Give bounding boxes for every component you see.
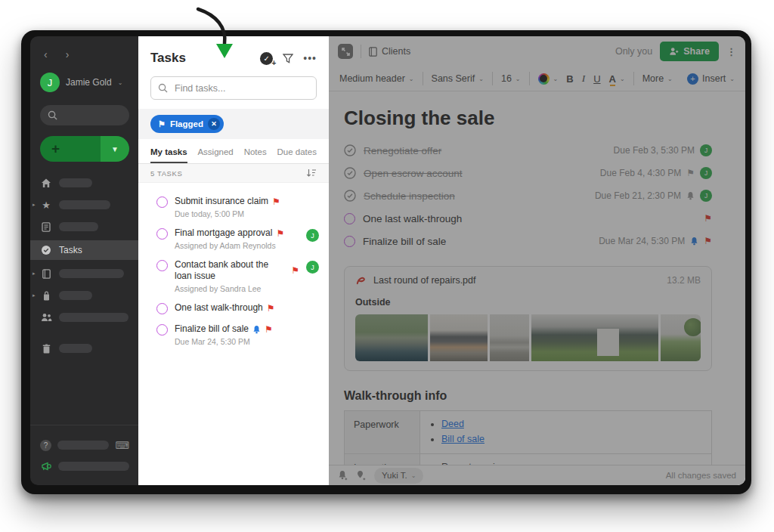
account-switcher[interactable]: J Jamie Gold ⌄ bbox=[30, 60, 138, 92]
new-note-button[interactable]: + ▼ bbox=[40, 136, 129, 162]
pdf-attachment[interactable]: Last round of repairs.pdf 13.2 MB bbox=[355, 274, 701, 286]
checked-circle-icon[interactable] bbox=[344, 190, 356, 202]
more-formatting-button[interactable]: More⌄ bbox=[642, 73, 673, 84]
note-task-row[interactable]: One last walk-through ⚑ bbox=[344, 207, 712, 230]
forward-icon[interactable]: › bbox=[66, 48, 70, 60]
tasks-panel: Tasks ✓ ••• ⚑ Flagged bbox=[138, 36, 329, 485]
checked-circle-icon[interactable] bbox=[344, 167, 356, 179]
share-button[interactable]: Share bbox=[660, 42, 719, 61]
find-tasks-search[interactable] bbox=[150, 76, 317, 100]
task-checkbox[interactable] bbox=[156, 324, 168, 336]
expand-chevron-icon[interactable]: ▸ bbox=[33, 202, 36, 208]
underline-button[interactable]: U bbox=[593, 73, 600, 85]
task-row[interactable]: Finalize bill of sale ⚑ Due Mar 24, 5:30… bbox=[138, 319, 329, 351]
keyboard-icon[interactable]: ⌨ bbox=[115, 440, 129, 451]
photo-topiary-wall[interactable] bbox=[661, 314, 701, 361]
checked-circle-icon[interactable] bbox=[344, 144, 356, 156]
note-task-row[interactable]: Schedule inspection Due Feb 21, 2:30 PM … bbox=[344, 184, 712, 207]
sidebar-item-spaces[interactable]: ▸ bbox=[30, 287, 138, 304]
table-row: Inspection list Recent repairs Doors and… bbox=[345, 454, 711, 465]
font-family-select[interactable]: Sans Serif⌄ bbox=[432, 73, 484, 84]
task-checkbox[interactable] bbox=[344, 213, 355, 224]
skeleton-placeholder bbox=[59, 222, 98, 231]
expand-chevron-icon[interactable]: ▸ bbox=[33, 292, 36, 298]
back-icon[interactable]: ‹ bbox=[44, 48, 48, 60]
task-assigned-by: Assigned by Adam Reynolds bbox=[175, 241, 299, 250]
divider bbox=[492, 72, 493, 85]
tab-notes[interactable]: Notes bbox=[244, 140, 267, 163]
photo-hedge-pillar[interactable] bbox=[531, 314, 658, 361]
sidebar-item-home[interactable] bbox=[30, 175, 138, 191]
color-swatch-icon bbox=[538, 73, 550, 85]
bold-button[interactable]: B bbox=[566, 73, 573, 85]
note-body[interactable]: Closing the sale Renegotiate offer Due F… bbox=[329, 91, 745, 465]
link[interactable]: Deed bbox=[441, 419, 464, 429]
italic-button[interactable]: I bbox=[582, 73, 586, 85]
flag-icon: ⚑ bbox=[704, 237, 712, 246]
notebook-name: Clients bbox=[382, 46, 410, 57]
sidebar-item-trash[interactable] bbox=[30, 340, 138, 357]
task-row[interactable]: Final mortgage approval⚑ Assigned by Ada… bbox=[138, 223, 329, 255]
task-checkbox[interactable] bbox=[156, 196, 168, 208]
sidebar-item-shared[interactable] bbox=[30, 309, 138, 326]
font-size-select[interactable]: 16⌄ bbox=[501, 73, 521, 84]
close-icon[interactable]: ✕ bbox=[208, 118, 220, 130]
flag-icon: ⚑ bbox=[686, 169, 695, 178]
photo-doorway-steps[interactable] bbox=[490, 314, 529, 361]
task-row[interactable]: Submit insurance claim⚑ Due today, 5:00 … bbox=[138, 191, 329, 223]
new-note-dropdown[interactable]: ▼ bbox=[101, 136, 129, 162]
table-header-cell[interactable]: Paperwork bbox=[345, 411, 420, 453]
sidebar: ‹ › J Jamie Gold ⌄ + ▼ bbox=[30, 36, 138, 485]
note-task-row[interactable]: Renegotiate offer Due Feb 3, 5:30 PM J bbox=[344, 139, 712, 162]
pin-plus-icon[interactable] bbox=[356, 470, 366, 481]
bell-plus-icon[interactable] bbox=[338, 470, 348, 481]
photo-patio-chairs[interactable] bbox=[430, 314, 488, 361]
collaborator-pill[interactable]: Yuki T. ⌄ bbox=[374, 468, 423, 484]
notebook-breadcrumb[interactable]: Clients bbox=[369, 46, 410, 57]
task-checkbox[interactable] bbox=[344, 236, 355, 247]
task-row[interactable]: One last walk-through⚑ bbox=[138, 298, 329, 319]
sidebar-item-tasks[interactable]: Tasks bbox=[30, 240, 138, 260]
more-options-icon[interactable]: ••• bbox=[303, 52, 317, 64]
task-checkbox[interactable] bbox=[156, 228, 168, 240]
note-title[interactable]: Closing the sale bbox=[344, 107, 712, 130]
table-cell[interactable]: Deed Bill of sale bbox=[420, 411, 711, 453]
add-task-icon[interactable]: ✓ bbox=[260, 52, 273, 65]
search-input[interactable] bbox=[173, 82, 309, 94]
sidebar-item-label: Tasks bbox=[59, 245, 82, 255]
expand-chevron-icon[interactable]: ▸ bbox=[33, 271, 36, 277]
skeleton-placeholder bbox=[57, 441, 109, 450]
task-row[interactable]: Contact bank about the loan issue⚑ Assig… bbox=[138, 255, 329, 298]
tab-assigned[interactable]: Assigned bbox=[197, 140, 233, 163]
link[interactable]: Bill of sale bbox=[441, 434, 485, 444]
filter-icon[interactable] bbox=[283, 54, 293, 63]
sidebar-item-shortcuts[interactable]: ▸ ★ bbox=[30, 196, 138, 213]
whats-new-item[interactable] bbox=[40, 457, 129, 475]
save-status: All changes saved bbox=[666, 471, 736, 480]
tab-my-tasks[interactable]: My tasks bbox=[150, 140, 187, 163]
table-cell[interactable]: Recent repairs Doors and windows Applian… bbox=[420, 454, 711, 465]
highlight-button[interactable]: A⌄ bbox=[609, 73, 625, 85]
task-check-icon bbox=[40, 245, 52, 255]
note-menu-icon[interactable]: ⋮ bbox=[726, 46, 736, 57]
sidebar-item-notes[interactable] bbox=[30, 218, 138, 235]
font-color-picker[interactable]: ⌄ bbox=[538, 73, 559, 85]
task-checkbox[interactable] bbox=[156, 303, 168, 314]
chevron-down-icon: ⌄ bbox=[118, 79, 123, 86]
tab-due-dates[interactable]: Due dates bbox=[277, 140, 317, 163]
note-task-row[interactable]: Finalize bill of sale Due Mar 24, 5:30 P… bbox=[344, 230, 712, 252]
expand-note-icon[interactable] bbox=[338, 44, 353, 59]
note-task-row[interactable]: Open escrow account Due Feb 4, 4:30 PM ⚑… bbox=[344, 162, 712, 184]
sidebar-item-notebooks[interactable]: ▸ bbox=[30, 265, 138, 282]
task-checkbox[interactable] bbox=[156, 260, 168, 271]
block-style-select[interactable]: Medium header⌄ bbox=[339, 73, 414, 84]
flagged-filter-chip[interactable]: ⚑ Flagged ✕ bbox=[150, 115, 224, 133]
skeleton-placeholder bbox=[59, 313, 128, 322]
table-header-cell[interactable]: Inspection list bbox=[345, 454, 420, 465]
sidebar-search-input[interactable] bbox=[40, 105, 129, 125]
sort-icon[interactable] bbox=[306, 169, 317, 178]
insert-button[interactable]: + Insert⌄ bbox=[687, 73, 735, 85]
help-menu[interactable]: ? ⌨ bbox=[40, 436, 129, 454]
divider bbox=[633, 72, 634, 85]
photo-garden-pool[interactable] bbox=[355, 314, 428, 361]
